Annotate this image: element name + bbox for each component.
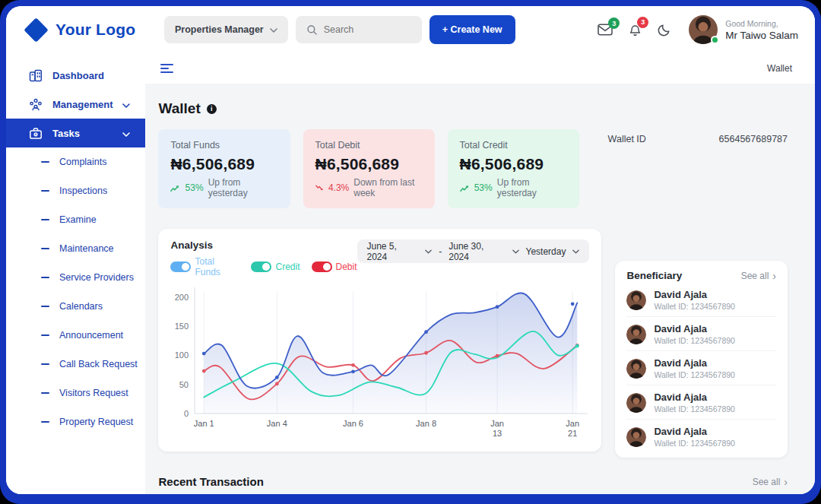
beneficiary-see-all[interactable]: See all ›: [741, 271, 776, 281]
dark-mode-toggle[interactable]: [658, 23, 671, 36]
stat-label: Total Funds: [170, 140, 277, 151]
beneficiary-card: Beneficiary See all › David AjalaWallet …: [615, 261, 788, 458]
chevron-down-icon[interactable]: [425, 249, 432, 254]
sidebar-subitem-label: Calendars: [59, 301, 103, 312]
sidebar-subitem-label: Inspections: [59, 185, 107, 196]
beneficiary-row[interactable]: David AjalaWallet ID: 1234567890: [626, 283, 776, 317]
stat-card-total-debit: Total Debit ₦6,506,689 4.3% Down from la…: [303, 129, 435, 208]
toggle-credit[interactable]: Credit: [251, 262, 300, 272]
date-range-dash: -: [439, 246, 442, 257]
toggle-track: [251, 262, 271, 272]
dash-icon: [41, 334, 49, 336]
breadcrumb: Wallet: [767, 63, 792, 74]
toggle-label: Total Funds: [195, 256, 239, 277]
sidebar-item-management[interactable]: Management: [6, 90, 145, 119]
dash-icon: [41, 190, 49, 192]
series-toggles: Total Funds Credit Debit: [170, 256, 357, 277]
wallet-id-row: Wallet ID 6564567689787: [608, 129, 788, 208]
sidebar-item-examine[interactable]: Examine: [6, 205, 145, 234]
stat-value: ₦6,506,689: [170, 155, 277, 173]
trend-text: Up from yesterday: [497, 177, 567, 198]
sidebar-item-calendars[interactable]: Calendars: [6, 292, 145, 321]
stats-row: Total Funds ₦6,506,689 53% Up from yeste…: [158, 129, 788, 208]
see-all-label: See all: [741, 271, 769, 281]
trend-up-icon: [170, 184, 180, 192]
beneficiary-name: David Ajala: [654, 391, 734, 403]
toggle-label: Credit: [275, 262, 300, 272]
trend-up-icon: [460, 184, 470, 192]
trend-percent: 4.3%: [328, 182, 349, 193]
trend-percent: 53%: [185, 182, 204, 193]
sidebar-item-label: Tasks: [52, 128, 80, 139]
stat-value: ₦6,506,689: [315, 155, 423, 173]
svg-text:Jan21: Jan21: [566, 419, 580, 438]
beneficiary-wallet-id: Wallet ID: 1234567890: [654, 370, 734, 379]
beneficiary-name: David Ajala: [654, 323, 734, 334]
sidebar-item-announcement[interactable]: Announcement: [6, 321, 145, 350]
stat-card-total-funds: Total Funds ₦6,506,689 53% Up from yeste…: [158, 129, 290, 208]
sidebar-subitem-label: Call Back Request: [59, 359, 138, 369]
svg-text:Jan 1: Jan 1: [194, 419, 214, 428]
dash-icon: [41, 219, 49, 220]
sidebar-item-tasks[interactable]: Tasks: [6, 119, 145, 147]
stat-label: Total Credit: [460, 140, 567, 151]
dash-icon: [41, 306, 49, 307]
sidebar-item-complaints[interactable]: Complaints: [6, 147, 145, 176]
sidebar-item-service-providers[interactable]: Service Providers: [6, 263, 145, 292]
svg-text:150: 150: [175, 322, 189, 331]
beneficiary-wallet-id: Wallet ID: 1234567890: [654, 404, 734, 414]
date-to-select[interactable]: June 30, 2024: [449, 241, 505, 262]
beneficiary-wallet-id: Wallet ID: 1234567890: [654, 302, 734, 311]
recent-see-all[interactable]: See all ›: [753, 477, 788, 487]
chevron-down-icon[interactable]: [512, 249, 519, 254]
date-from-select[interactable]: June 5, 2024: [367, 241, 419, 262]
beneficiary-row[interactable]: David AjalaWallet ID: 1234567890: [626, 317, 776, 351]
sidebar-item-dashboard[interactable]: Dashboard: [6, 61, 145, 90]
toggle-track: [170, 262, 191, 272]
chevron-down-icon: [270, 24, 277, 35]
chevron-right-icon: ›: [784, 477, 788, 487]
notifications-button[interactable]: 3: [629, 23, 642, 37]
menu-toggle-icon[interactable]: [157, 61, 176, 76]
recent-transaction-header: Recent Transaction See all ›: [158, 475, 788, 488]
beneficiary-avatar: [626, 427, 646, 447]
beneficiary-avatar: [626, 290, 646, 310]
chevron-down-icon[interactable]: [572, 249, 579, 254]
user-menu[interactable]: Good Morning, Mr Taiwo Salam: [689, 15, 798, 44]
info-icon[interactable]: i: [207, 104, 217, 114]
sidebar-item-property-request[interactable]: Property Request: [6, 407, 145, 436]
search-input[interactable]: [324, 24, 407, 35]
beneficiary-row[interactable]: David AjalaWallet ID: 1234567890: [626, 385, 776, 420]
trend-percent: 53%: [474, 182, 493, 193]
toggle-label: Debit: [336, 262, 357, 272]
analysis-card: Analysis Total Funds Credit: [158, 229, 601, 452]
sidebar-item-visitors-request[interactable]: Visitors Request: [6, 379, 145, 407]
logo: Your Logo: [23, 21, 154, 39]
sidebar-item-inspections[interactable]: Inspections: [6, 176, 145, 205]
dash-icon: [41, 248, 49, 249]
dash-icon: [41, 421, 49, 423]
svg-text:100: 100: [175, 350, 189, 360]
sidebar-item-call-back-request[interactable]: Call Back Request: [6, 350, 145, 379]
header-actions: 3 3 Good Morning, Mr Taiwo Sala: [598, 15, 798, 44]
sidebar-item-label: Dashboard: [52, 70, 104, 81]
logo-text: Your Logo: [55, 21, 135, 39]
chevron-right-icon: ›: [772, 271, 776, 281]
toggle-debit[interactable]: Debit: [312, 262, 357, 272]
search-bar[interactable]: [296, 16, 422, 43]
toggle-total-funds[interactable]: Total Funds: [170, 256, 239, 277]
create-new-button[interactable]: + Create New: [430, 15, 515, 44]
main-topbar: Wallet: [145, 53, 815, 84]
search-icon: [306, 24, 318, 36]
workspace-selector[interactable]: Properties Manager: [164, 16, 288, 43]
trend-text: Down from last week: [353, 177, 422, 198]
range-preset-select[interactable]: Yesterday: [526, 246, 566, 257]
sidebar-item-maintenance[interactable]: Maintenance: [6, 234, 145, 263]
mail-button[interactable]: 3: [598, 24, 613, 36]
beneficiary-name: David Ajala: [654, 426, 734, 437]
svg-text:0: 0: [184, 409, 189, 418]
beneficiary-row[interactable]: David AjalaWallet ID: 1234567890: [626, 351, 776, 385]
beneficiary-row[interactable]: David AjalaWallet ID: 1234567890: [626, 420, 776, 453]
wallet-id-label: Wallet ID: [608, 134, 719, 208]
stat-card-total-credit: Total Credit ₦6,506,689 53% Up from yest…: [448, 129, 579, 208]
